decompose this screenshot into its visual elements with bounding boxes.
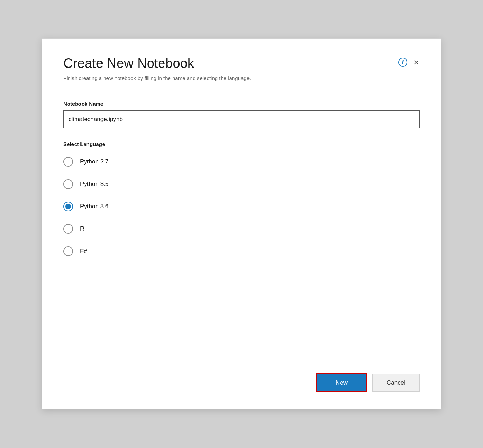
notebook-name-label: Notebook Name: [63, 101, 420, 107]
language-section: Select Language Python 2.7 Python 3.5 Py…: [63, 141, 420, 256]
radio-label-python27: Python 2.7: [80, 158, 108, 165]
dialog-overlay: Create New Notebook Finish creating a ne…: [0, 0, 483, 448]
close-icon[interactable]: ×: [413, 57, 420, 68]
language-option-python35[interactable]: Python 3.5: [63, 179, 420, 189]
info-icon[interactable]: i: [398, 58, 407, 67]
radio-python35[interactable]: [63, 179, 73, 189]
language-radio-group: Python 2.7 Python 3.5 Python 3.6 R: [63, 157, 420, 256]
radio-fsharp[interactable]: [63, 246, 73, 256]
language-option-python36[interactable]: Python 3.6: [63, 202, 420, 211]
radio-label-fsharp: F#: [80, 248, 87, 255]
new-button[interactable]: New: [316, 373, 367, 392]
radio-label-r: R: [80, 225, 84, 232]
dialog-title: Create New Notebook: [63, 56, 398, 72]
language-option-python27[interactable]: Python 2.7: [63, 157, 420, 167]
dialog-footer: New Cancel: [63, 366, 420, 392]
dialog-header-icons: i ×: [398, 57, 420, 68]
dialog-header: Create New Notebook Finish creating a ne…: [63, 56, 420, 81]
radio-r[interactable]: [63, 224, 73, 234]
cancel-button[interactable]: Cancel: [372, 374, 420, 392]
dialog-subtitle: Finish creating a new notebook by fillin…: [63, 75, 398, 81]
select-language-label: Select Language: [63, 141, 420, 147]
radio-label-python35: Python 3.5: [80, 181, 108, 188]
notebook-name-input[interactable]: [63, 110, 420, 128]
radio-label-python36: Python 3.6: [80, 203, 108, 210]
language-option-r[interactable]: R: [63, 224, 420, 234]
dialog-title-section: Create New Notebook Finish creating a ne…: [63, 56, 398, 81]
create-notebook-dialog: Create New Notebook Finish creating a ne…: [42, 38, 441, 410]
form-section: Notebook Name Select Language Python 2.7…: [63, 101, 420, 345]
radio-python27[interactable]: [63, 157, 73, 167]
radio-python36[interactable]: [63, 202, 73, 211]
language-option-fsharp[interactable]: F#: [63, 246, 420, 256]
